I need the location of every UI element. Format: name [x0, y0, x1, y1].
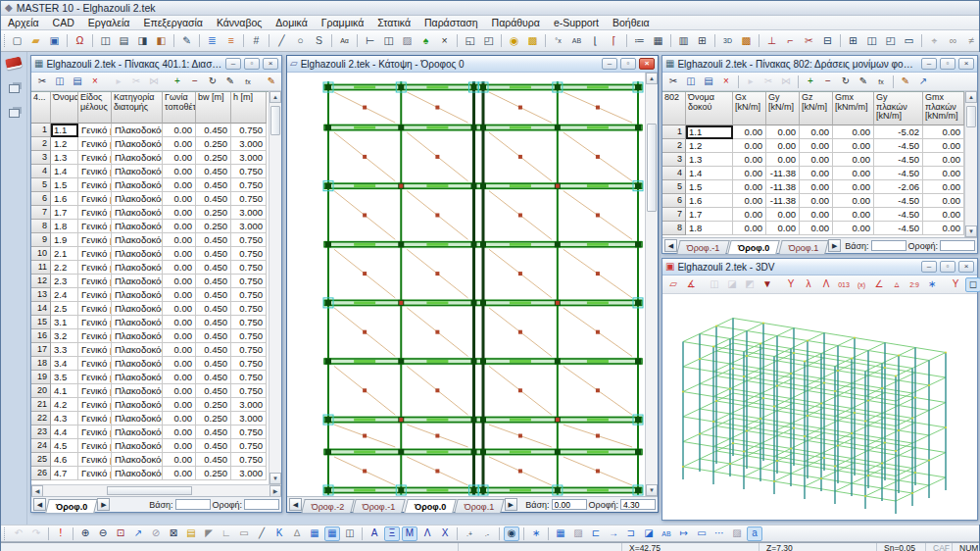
cell[interactable]: 1.9	[51, 233, 78, 247]
cell[interactable]: Πλακοδοκός	[112, 151, 163, 165]
cell[interactable]: 0.00	[800, 194, 833, 208]
cell[interactable]: Πλακοδοκός	[112, 178, 163, 192]
export-image-button[interactable]: ◧	[153, 33, 170, 49]
unlink-button[interactable]: ≠	[963, 33, 980, 49]
cell[interactable]: 0.750	[231, 178, 267, 192]
flag-button[interactable]: ◤	[201, 526, 217, 541]
cell[interactable]: 0.00	[163, 261, 196, 275]
copy-button[interactable]: ◫	[683, 75, 699, 89]
cell[interactable]: Πλακοδοκός	[112, 137, 163, 151]
row-number[interactable]: 7	[31, 206, 51, 220]
print-preview-button[interactable]: ◨	[134, 33, 151, 49]
menu-item-5[interactable]: Κάνναβος	[210, 16, 269, 30]
dim-x-button[interactable]: (x)	[854, 277, 869, 292]
ratio-2599-button[interactable]: 2:9	[906, 277, 922, 292]
scroll-thumb[interactable]	[107, 486, 193, 495]
column-header[interactable]: Gy πλακών [kN/m]	[874, 92, 923, 125]
snap-right-button[interactable]: ⊐	[623, 526, 639, 541]
zoom-out-button[interactable]: ⊖	[95, 526, 111, 541]
row-number[interactable]: 8	[31, 220, 51, 233]
tree-symbol-button[interactable]: ♠	[417, 33, 434, 49]
column-header[interactable]: Όνομα δοκού	[686, 92, 733, 125]
cell[interactable]: 1.2	[51, 137, 78, 151]
cell[interactable]: 1.6	[686, 194, 733, 208]
remove-row-button[interactable]: −	[820, 75, 836, 89]
cell[interactable]: 0.00	[833, 167, 874, 180]
menu-item-10[interactable]: Παράθυρα	[485, 16, 547, 30]
cell[interactable]: 0.00	[163, 467, 196, 480]
list-calc-button[interactable]: ≔	[631, 33, 648, 49]
cell[interactable]: 3.000	[231, 398, 267, 412]
save-button[interactable]: ▣	[46, 33, 63, 49]
menu-item-3[interactable]: Εργαλεία	[81, 16, 137, 30]
close-button[interactable]: ×	[263, 58, 278, 70]
minimize-button[interactable]: –	[921, 58, 937, 70]
cell[interactable]: 0.00	[833, 153, 874, 167]
scroll-track[interactable]	[270, 103, 281, 473]
cell[interactable]: Πλακοδοκός	[112, 357, 163, 371]
point-del-button[interactable]: .-	[479, 526, 495, 541]
zoom-pan-button[interactable]: ↗	[130, 526, 146, 541]
menu-item-4[interactable]: Επεξεργασία	[136, 16, 210, 30]
cell[interactable]: Γενικό μέ	[78, 398, 112, 412]
cell[interactable]: Πλακοδοκός	[112, 316, 163, 329]
cell[interactable]: Γενικό μέ	[78, 343, 112, 357]
snap-arrow-button[interactable]: →	[606, 526, 621, 541]
cell[interactable]: 0.750	[231, 453, 267, 467]
cell[interactable]: 3.5	[51, 371, 78, 384]
row-number[interactable]: 7	[662, 208, 686, 222]
member-select-button[interactable]: Y	[783, 277, 799, 292]
menu-item-2[interactable]: CAD	[46, 16, 81, 30]
row-number[interactable]: 18	[31, 357, 51, 371]
cut-button[interactable]: ✂	[34, 75, 50, 89]
roof-input[interactable]	[940, 240, 975, 251]
cell[interactable]: 0.750	[231, 288, 267, 302]
cell[interactable]: 0.250	[196, 151, 231, 165]
cell[interactable]: Πλακοδοκός	[112, 302, 163, 316]
render-view-button[interactable]: ▩	[738, 33, 755, 49]
refresh-button[interactable]: ↻	[205, 75, 220, 89]
ruler-button[interactable]: ▭	[236, 526, 252, 541]
cell[interactable]: 0.00	[163, 453, 196, 467]
cell[interactable]: Γενικό μέ	[78, 137, 112, 151]
cell[interactable]: 1.5	[51, 178, 78, 192]
find-replace-button[interactable]: AB	[568, 33, 585, 49]
cell[interactable]: 0.750	[231, 343, 267, 357]
snap-auto-button[interactable]: a	[747, 526, 762, 541]
cell[interactable]: 0.250	[196, 398, 231, 412]
plan-canvas[interactable]	[287, 73, 645, 496]
new-file-button[interactable]: ▢	[9, 33, 25, 49]
cell[interactable]: 0.00	[163, 384, 196, 398]
row-number[interactable]: 2	[662, 139, 686, 153]
cell[interactable]: 0.250	[196, 206, 231, 220]
cell[interactable]: Γενικό μέ	[78, 329, 112, 343]
coords-button[interactable]: °x	[550, 33, 566, 49]
row-number[interactable]: 11	[31, 261, 51, 275]
row-number[interactable]: 1	[31, 124, 51, 137]
row-number[interactable]: 2	[31, 137, 51, 151]
tab-scroll-left[interactable]: ◀	[33, 498, 46, 511]
maximize-button[interactable]: ▫	[940, 261, 956, 273]
cell[interactable]: Γενικό μέ	[78, 357, 112, 371]
member-free-button[interactable]: Λ	[818, 277, 834, 292]
cell[interactable]: 3.3	[51, 343, 78, 357]
slope-button[interactable]: ∠	[871, 277, 887, 292]
cell[interactable]: 0.00	[163, 233, 196, 247]
tab-Όροφ.0[interactable]: Όροφ.0	[728, 240, 781, 254]
cell[interactable]: Γενικό μέ	[78, 316, 112, 329]
mouse-mode-button[interactable]: ◉	[504, 526, 519, 541]
section-cut-button[interactable]: ✂	[801, 33, 817, 49]
cell[interactable]: 0.00	[733, 194, 766, 208]
cell[interactable]: 0.750	[231, 384, 267, 398]
view-angle-button[interactable]: ∡	[683, 277, 699, 292]
edit-pencil-button[interactable]: ✎	[178, 33, 195, 49]
cell[interactable]: 1.6	[51, 192, 78, 206]
text-tool-button[interactable]: Aα	[336, 33, 353, 49]
cell[interactable]: 0.00	[163, 343, 196, 357]
angle-tool-button[interactable]: ∆	[289, 526, 305, 541]
zoom-in-button[interactable]: ⊕	[77, 526, 93, 541]
cell[interactable]: Πλακοδοκός	[112, 288, 163, 302]
scroll-thumb[interactable]	[647, 124, 657, 212]
row-number[interactable]: 13	[31, 288, 51, 302]
cell[interactable]: -11.38	[766, 180, 800, 194]
